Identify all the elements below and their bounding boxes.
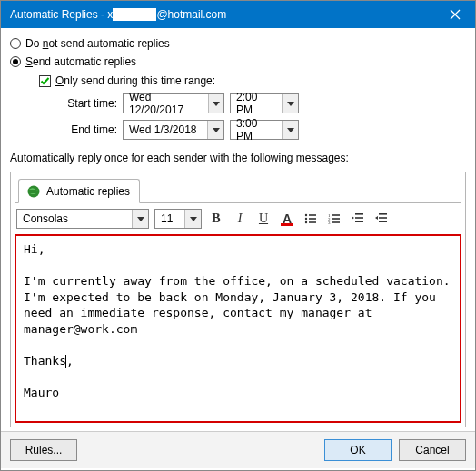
checkbox-only-during-label: Only send during this time range: (55, 74, 215, 87)
chevron-down-icon (184, 210, 201, 228)
numbered-list-button[interactable]: 1 2 3 (325, 210, 343, 228)
end-time-value: 3:00 PM (231, 117, 282, 142)
svg-rect-10 (332, 214, 340, 216)
chevron-down-icon (132, 210, 148, 228)
font-size-value: 11 (155, 212, 178, 225)
svg-rect-17 (355, 221, 363, 222)
svg-rect-15 (355, 213, 363, 215)
end-time-label: End time: (63, 123, 117, 136)
svg-rect-16 (355, 217, 363, 219)
start-time-value: 2:00 PM (231, 91, 282, 116)
reply-tabstrip: Automatic replies (15, 176, 461, 203)
svg-rect-8 (309, 221, 316, 223)
title-email-domain: @hotmail.com (156, 8, 226, 21)
underline-button[interactable]: U (254, 210, 273, 228)
checkbox-icon (39, 75, 51, 87)
close-button[interactable] (435, 1, 475, 28)
end-time-row: End time: Wed 1/3/2018 3:00 PM (63, 118, 466, 144)
indent-icon (374, 211, 389, 226)
font-size-combo[interactable]: 11 (154, 209, 202, 229)
indent-button[interactable] (372, 210, 391, 228)
italic-button[interactable]: I (231, 210, 249, 228)
reply-editor-panel: Automatic replies Consolas 11 B I U A (10, 172, 466, 427)
svg-point-2 (28, 186, 40, 198)
title-bar: Automatic Replies - x ______ @hotmail.co… (1, 1, 475, 28)
cancel-button[interactable]: Cancel (399, 439, 466, 461)
chevron-down-icon (207, 121, 223, 139)
message-body: Hi, I'm currently away from the office, … (24, 242, 457, 368)
ok-button[interactable]: OK (324, 439, 392, 461)
end-time-combo[interactable]: 3:00 PM (230, 120, 299, 140)
chevron-down-icon (282, 121, 298, 139)
radio-icon (10, 56, 21, 67)
checkbox-only-during-range[interactable]: Only send during this time range: (39, 72, 466, 92)
svg-rect-20 (379, 217, 387, 219)
svg-rect-6 (309, 218, 316, 220)
title-prefix: Automatic Replies - x (10, 8, 113, 21)
svg-point-3 (305, 214, 307, 216)
radio-do-not-send-label: Do not send automatic replies (25, 37, 170, 50)
font-name-value: Consolas (17, 212, 74, 225)
chevron-down-icon (282, 94, 298, 113)
title-redacted: ______ (113, 8, 156, 21)
font-color-button[interactable]: A (278, 210, 296, 228)
numbered-list-icon: 1 2 3 (327, 211, 342, 226)
bullet-list-button[interactable] (302, 210, 320, 228)
button-bar: Rules... OK Cancel (1, 431, 475, 468)
radio-icon (10, 38, 21, 49)
tab-automatic-replies[interactable]: Automatic replies (18, 179, 140, 203)
svg-marker-18 (352, 216, 354, 220)
start-time-label: Start time: (63, 97, 117, 110)
format-toolbar: Consolas 11 B I U A 1 2 (15, 203, 461, 234)
tab-label: Automatic replies (46, 185, 130, 198)
start-time-row: Start time: Wed 12/20/2017 2:00 PM (63, 92, 466, 118)
font-name-combo[interactable]: Consolas (16, 209, 149, 229)
svg-rect-4 (309, 214, 316, 216)
svg-point-7 (305, 221, 307, 223)
reply-once-label: Automatically reply once for each sender… (10, 144, 466, 168)
outdent-icon (351, 211, 365, 226)
svg-text:3: 3 (328, 221, 331, 225)
globe-icon (26, 184, 41, 199)
svg-marker-22 (375, 216, 378, 220)
outdent-button[interactable] (349, 210, 367, 228)
start-date-combo[interactable]: Wed 12/20/2017 (123, 93, 224, 113)
svg-rect-12 (332, 218, 340, 220)
chevron-down-icon (208, 94, 223, 113)
svg-rect-21 (379, 221, 387, 222)
dialog-body: Do not send automatic replies Send autom… (1, 28, 475, 431)
radio-do-not-send[interactable]: Do not send automatic replies (10, 35, 466, 54)
radio-send[interactable]: Send automatic replies (10, 54, 466, 72)
svg-rect-14 (332, 221, 340, 223)
end-date-combo[interactable]: Wed 1/3/2018 (123, 120, 224, 140)
svg-rect-19 (379, 213, 387, 215)
bullet-list-icon (303, 211, 318, 226)
end-date-value: Wed 1/3/2018 (124, 123, 203, 136)
start-time-combo[interactable]: 2:00 PM (230, 93, 299, 113)
radio-send-label: Send automatic replies (25, 55, 136, 68)
start-date-value: Wed 12/20/2017 (124, 91, 208, 116)
bold-button[interactable]: B (207, 210, 225, 228)
svg-point-5 (305, 218, 307, 220)
close-icon (450, 9, 461, 20)
rules-button[interactable]: Rules... (10, 439, 77, 461)
message-textarea[interactable]: Hi, I'm currently away from the office, … (15, 234, 461, 423)
